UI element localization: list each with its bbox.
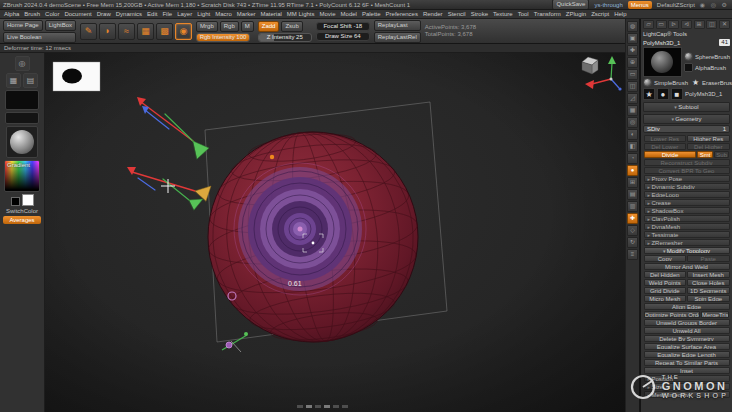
- menu-item[interactable]: Movie: [320, 11, 336, 17]
- uv-map-icon[interactable]: ▥: [627, 201, 638, 212]
- frame-icon[interactable]: ⊞: [627, 177, 638, 188]
- tool-button[interactable]: Paste: [687, 255, 730, 262]
- quick-tool-simplebrush[interactable]: SimpleBrush: [643, 78, 688, 87]
- m-button[interactable]: M: [241, 21, 254, 32]
- tool-button[interactable]: Copy: [644, 255, 687, 262]
- tool-button[interactable]: Modify Topology: [644, 247, 730, 254]
- grid-icon[interactable]: ▦: [6, 73, 21, 88]
- viewport-canvas[interactable]: 0.61: [45, 53, 625, 412]
- tool-button[interactable]: Crease: [644, 199, 730, 206]
- main-color-swatch[interactable]: [22, 194, 34, 206]
- tool-button[interactable]: Inset: [644, 367, 730, 374]
- menu-item[interactable]: Transform: [534, 11, 561, 17]
- tool-button[interactable]: Position: [644, 375, 730, 382]
- averages-button[interactable]: Averages: [3, 216, 41, 224]
- local-icon[interactable]: ◎: [627, 117, 638, 128]
- load-tool-icon[interactable]: ▱: [643, 20, 654, 29]
- tool-button[interactable]: Smt: [697, 151, 713, 158]
- tool-button[interactable]: Spin Edge: [687, 295, 730, 302]
- tool-button[interactable]: Mesh Integrity: [644, 391, 730, 398]
- render-aa-icon[interactable]: ▣: [627, 33, 638, 44]
- polymesh-star-icon[interactable]: ★: [643, 88, 655, 100]
- focal-shift-slider[interactable]: Focal Shift -18: [316, 22, 370, 31]
- menu-item[interactable]: Help: [614, 11, 626, 17]
- menu-item[interactable]: Edit: [147, 11, 157, 17]
- zoom-icon[interactable]: ⊕: [627, 57, 638, 68]
- persp-icon[interactable]: ◿: [627, 93, 638, 104]
- tool-button[interactable]: Repeat To Similar Parts: [644, 359, 730, 366]
- texture-thumbnail[interactable]: [5, 112, 39, 124]
- tool-button[interactable]: Del Lower: [644, 143, 687, 150]
- viewport[interactable]: 0.61: [45, 53, 625, 412]
- zadd-button[interactable]: Zadd: [258, 21, 280, 32]
- tool-button[interactable]: Proxy Pose: [644, 175, 730, 182]
- tool-button[interactable]: Dynamic Subdiv: [644, 183, 730, 190]
- menu-item[interactable]: Material: [261, 11, 282, 17]
- floor-icon[interactable]: ▦: [627, 105, 638, 116]
- tool-button[interactable]: Sub: [714, 151, 730, 158]
- save-tool-icon[interactable]: ▭: [656, 20, 667, 29]
- quicksave-button[interactable]: QuickSave: [552, 0, 589, 10]
- sculptris-pro-icon[interactable]: ✎: [80, 23, 97, 40]
- transpose-icon[interactable]: ◎: [15, 56, 30, 71]
- menu-item[interactable]: Stroke: [471, 11, 488, 17]
- tool-button[interactable]: Align Edge: [644, 303, 730, 310]
- sphere3d-icon[interactable]: ●: [657, 88, 669, 100]
- tool-button[interactable]: Del Higher: [687, 143, 730, 150]
- aa-half-icon[interactable]: ◫: [627, 81, 638, 92]
- tool-button[interactable]: Reconstruct Subdiv: [644, 159, 730, 166]
- color-picker[interactable]: Gradient: [4, 160, 40, 192]
- menu-item[interactable]: Model: [341, 11, 357, 17]
- export-icon[interactable]: ⊲: [681, 20, 692, 29]
- scroll-icon[interactable]: ✚: [627, 45, 638, 56]
- tool-button[interactable]: Grid Divide: [644, 287, 687, 294]
- draw-size-slider[interactable]: Draw Size 64: [316, 32, 370, 41]
- current-tool-preview[interactable]: [643, 47, 682, 77]
- tool-button[interactable]: Close Holes: [687, 279, 730, 286]
- alpha-picker-icon[interactable]: ▦: [137, 23, 154, 40]
- tool-button[interactable]: Equalize Edge Length: [644, 351, 730, 358]
- tool-value-box[interactable]: 41: [719, 39, 730, 46]
- ghost-icon[interactable]: ◔: [627, 153, 638, 164]
- tool-button[interactable]: Mirror And Weld: [644, 263, 730, 270]
- delete-icon[interactable]: ✕: [719, 20, 730, 29]
- menu-item[interactable]: Brush: [24, 11, 40, 17]
- tool-button[interactable]: ZRemesher: [644, 239, 730, 246]
- quick-tool-spherebrush[interactable]: SphereBrush: [684, 52, 730, 61]
- live-boolean-button[interactable]: Live Boolean: [3, 32, 76, 43]
- menu-item[interactable]: Tool: [518, 11, 529, 17]
- tool-button[interactable]: Size: [644, 383, 730, 390]
- tool-button[interactable]: Weld Points: [644, 279, 687, 286]
- tool-button[interactable]: Micro Mesh: [644, 295, 687, 302]
- tool-button[interactable]: Divide: [644, 151, 697, 158]
- import-icon[interactable]: ⊳: [668, 20, 679, 29]
- tool-button[interactable]: MergeTris: [701, 311, 730, 318]
- clone-icon[interactable]: ◫: [706, 20, 717, 29]
- material-picker-icon[interactable]: ◉: [175, 23, 192, 40]
- tool-button[interactable]: ClayPolish: [644, 215, 730, 222]
- menu-item[interactable]: Draw: [97, 11, 111, 17]
- alpha-thumbnail[interactable]: [5, 90, 39, 110]
- lsym-icon[interactable]: ◐: [627, 129, 638, 140]
- menu-item[interactable]: File: [162, 11, 172, 17]
- quick-tool-alphabrush[interactable]: AlphaBrush: [684, 63, 730, 72]
- tool-button[interactable]: Unweld Groups Border: [644, 319, 730, 326]
- replay-last-button[interactable]: ReplayLast: [374, 20, 421, 31]
- menu-item[interactable]: Marker: [237, 11, 256, 17]
- menu-item[interactable]: Document: [64, 11, 91, 17]
- menu-item[interactable]: MM Lights: [287, 11, 315, 17]
- tool-button[interactable]: Higher Res: [687, 135, 730, 142]
- texture-picker-icon[interactable]: ▩: [156, 23, 173, 40]
- tool-button[interactable]: 1D Segments: [687, 287, 730, 294]
- tool-button[interactable]: ShadowBox: [644, 207, 730, 214]
- quick-tool-eraserbrush[interactable]: ★ EraserBrush: [691, 78, 732, 87]
- titlebar-icons[interactable]: ◉ ◎ ⚙: [700, 1, 729, 8]
- tool-button[interactable]: DynaMesh: [644, 223, 730, 230]
- menu-item[interactable]: Palette: [362, 11, 381, 17]
- menu-item[interactable]: Color: [45, 11, 59, 17]
- scale-icon[interactable]: ◇: [627, 225, 638, 236]
- tool-button[interactable]: Optimize Points Order: [644, 311, 700, 318]
- rgb-intensity-slider[interactable]: Rgb Intensity 100: [196, 33, 250, 42]
- menu-item[interactable]: ZPlugin: [566, 11, 586, 17]
- menu-item[interactable]: Texture: [493, 11, 513, 17]
